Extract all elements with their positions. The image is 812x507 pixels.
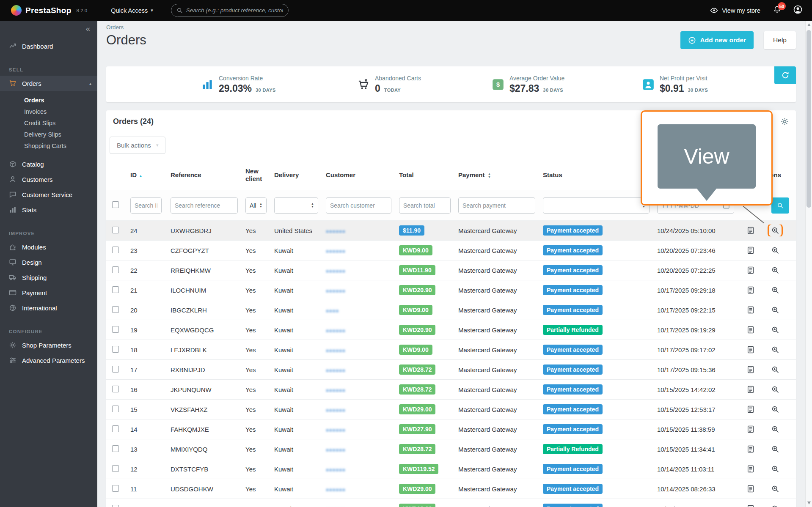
invoice-document-icon[interactable]	[744, 443, 757, 455]
invoice-document-icon[interactable]	[744, 284, 757, 296]
invoice-document-icon[interactable]	[744, 344, 757, 356]
sidebar-entry[interactable]: Customers	[0, 172, 97, 187]
scroll-down-icon[interactable]	[807, 502, 811, 504]
view-order-icon[interactable]	[769, 244, 782, 256]
order-row[interactable]: 16 JKPUNQUNW Yes Kuwait ●●●●●● KWD28.72 …	[106, 380, 796, 400]
bulk-actions-button[interactable]: Bulk actions	[110, 137, 165, 154]
sidebar-entry[interactable]: Stats	[0, 202, 97, 217]
sidebar-entry[interactable]: Credit Slips	[0, 117, 97, 129]
sidebar-entry[interactable]: CONFIGURE	[0, 315, 97, 337]
order-row[interactable]: 18 LEJXRDBLK Yes Kuwait ●●●●●● KWD9.00 M…	[106, 340, 796, 360]
scroll-up-icon[interactable]	[807, 23, 811, 26]
view-order-icon[interactable]	[769, 403, 782, 415]
sidebar-entry[interactable]: SELL	[0, 54, 97, 76]
sidebar-entry[interactable]: Delivery Slips	[0, 129, 97, 140]
order-row[interactable]: 14 FAHKQMJXE Yes Kuwait ●●●●●● KWD27.90 …	[106, 419, 796, 439]
sidebar-entry[interactable]: Shopping Carts	[0, 140, 97, 151]
sidebar-entry[interactable]: Advanced Parameters	[0, 353, 97, 368]
order-row[interactable]: 17 RXBNIJPJD Yes Kuwait ●●●●●● KWD28.72 …	[106, 360, 796, 380]
invoice-document-icon[interactable]	[744, 423, 757, 435]
row-checkbox[interactable]	[112, 425, 119, 432]
invoice-document-icon[interactable]	[744, 503, 757, 507]
sidebar-entry[interactable]: Customer Service	[0, 187, 97, 202]
view-order-icon[interactable]	[769, 304, 782, 316]
filter-new-client-select[interactable]: All	[245, 197, 267, 214]
column-header-status[interactable]: Status	[539, 171, 654, 178]
order-row[interactable]: 23 CZFOGPYZT Yes Kuwait ●●●●●● KWD9.00 M…	[106, 241, 796, 260]
vertical-scrollbar[interactable]	[805, 21, 812, 507]
filter-status-select[interactable]	[543, 197, 650, 214]
invoice-document-icon[interactable]	[744, 384, 757, 395]
column-header-reference[interactable]: Reference	[167, 171, 242, 178]
row-checkbox[interactable]	[112, 386, 119, 392]
filter-reference-input[interactable]	[171, 197, 238, 214]
filter-payment-input[interactable]	[458, 197, 535, 214]
order-row[interactable]: 11 UDSDGOHKW Yes Kuwait ●●●●●● KWD29.00 …	[106, 479, 796, 499]
row-checkbox[interactable]	[112, 266, 119, 273]
sidebar-entry[interactable]: International	[0, 300, 97, 315]
profile-menu-button[interactable]	[793, 5, 803, 16]
row-checkbox[interactable]	[112, 406, 119, 412]
sidebar-entry[interactable]: Payment	[0, 285, 97, 300]
add-new-order-button[interactable]: Add new order	[680, 31, 754, 49]
order-row[interactable]: 22 RREIQHKMW Yes Kuwait ●●●●●● KWD11.90 …	[106, 260, 796, 280]
view-order-icon[interactable]	[769, 344, 782, 356]
column-header-delivery[interactable]: Delivery	[271, 171, 322, 178]
view-order-icon[interactable]	[769, 483, 782, 495]
row-checkbox[interactable]	[112, 505, 119, 507]
scrollbar-thumb[interactable]	[806, 30, 811, 208]
view-order-icon[interactable]	[769, 384, 782, 395]
row-checkbox[interactable]	[112, 247, 119, 253]
order-row[interactable]: 13 MMIXIYQDQ Yes Kuwait ●●●●●● KWD28.72 …	[106, 439, 796, 459]
row-checkbox[interactable]	[112, 286, 119, 293]
sidebar-entry[interactable]: Orders	[0, 94, 97, 106]
help-button[interactable]: Help	[764, 31, 796, 49]
invoice-document-icon[interactable]	[744, 225, 757, 236]
row-checkbox[interactable]	[112, 227, 119, 233]
sidebar-entry[interactable]: IMPROVE	[0, 217, 97, 239]
sidebar-entry[interactable]: Design	[0, 255, 97, 270]
invoice-document-icon[interactable]	[744, 364, 757, 375]
view-my-store-link[interactable]: View my store	[710, 6, 760, 14]
sidebar-entry[interactable]: Dashboard	[0, 38, 97, 54]
view-order-icon[interactable]	[769, 284, 782, 296]
grid-settings-gear-icon[interactable]	[780, 117, 789, 126]
row-checkbox[interactable]	[112, 346, 119, 353]
refresh-kpi-button[interactable]	[774, 66, 796, 84]
sidebar-entry[interactable]: Catalog	[0, 156, 97, 172]
column-header-customer[interactable]: Customer	[322, 171, 396, 178]
column-header-total[interactable]: Total	[396, 171, 455, 178]
sidebar-entry[interactable]: Invoices	[0, 106, 97, 117]
sidebar-entry[interactable]: Shipping	[0, 270, 97, 285]
invoice-document-icon[interactable]	[744, 483, 757, 495]
view-order-icon[interactable]	[769, 503, 782, 507]
filter-total-input[interactable]	[399, 197, 451, 214]
invoice-document-icon[interactable]	[744, 403, 757, 415]
row-checkbox[interactable]	[112, 445, 119, 452]
order-row[interactable]: 21 ILOCHNUIM Yes Kuwait ●●●●●● KWD20.90 …	[106, 280, 796, 300]
invoice-document-icon[interactable]	[744, 324, 757, 336]
invoice-document-icon[interactable]	[744, 463, 757, 475]
view-order-icon[interactable]	[769, 443, 782, 455]
order-row[interactable]: 10 PSDQLKUZO Yes Kuwait ●●●●●● KWD18.90 …	[106, 499, 796, 507]
order-row[interactable]: 15 VKZSFAHXZ Yes Kuwait ●●●●●● KWD29.00 …	[106, 400, 796, 419]
invoice-document-icon[interactable]	[744, 244, 757, 256]
invoice-document-icon[interactable]	[744, 264, 757, 276]
row-checkbox[interactable]	[112, 465, 119, 472]
view-order-icon[interactable]	[769, 225, 782, 236]
view-order-icon[interactable]	[769, 264, 782, 276]
sidebar-entry[interactable]: Orders ▴	[0, 76, 97, 91]
filter-id-input[interactable]	[130, 197, 162, 214]
view-order-icon[interactable]	[769, 364, 782, 375]
prestashop-logo[interactable]: PrestaShop 8.2.0	[11, 5, 87, 16]
invoice-document-icon[interactable]	[744, 304, 757, 316]
view-order-icon[interactable]	[769, 324, 782, 336]
row-checkbox[interactable]	[112, 366, 119, 373]
view-order-icon[interactable]	[769, 423, 782, 435]
select-all-checkbox[interactable]	[112, 201, 119, 208]
filter-customer-input[interactable]	[326, 197, 391, 214]
order-row[interactable]: 19 EQXWGDQCG Yes Kuwait ●●●●●● KWD20.90 …	[106, 320, 796, 340]
column-header-id[interactable]: ID	[127, 171, 167, 178]
quick-access-dropdown[interactable]: Quick Access	[111, 7, 153, 14]
order-row[interactable]: 12 DXTSTCFYB Yes Kuwait ●●●●●● KWD119.52…	[106, 459, 796, 479]
